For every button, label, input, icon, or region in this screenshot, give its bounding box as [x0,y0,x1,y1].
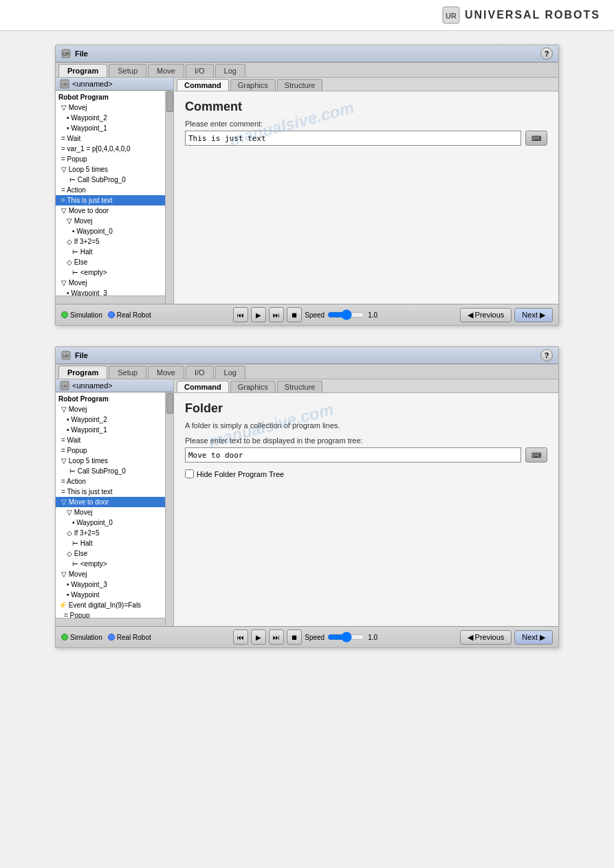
list-item[interactable]: ▽ Movej [56,569,173,579]
list-item[interactable]: ◇ If 3+2=5 [56,528,173,538]
panel1-realrobot-option[interactable]: Real Robot [108,311,151,319]
prev-label: Previous [475,311,505,319]
speed-slider[interactable] [327,309,365,320]
list-item[interactable]: = var_1 = p[0,4,0,4,0,0 [56,144,173,154]
list-item[interactable]: ▽ Movej [56,404,173,414]
panel1-comment-input[interactable] [185,131,521,146]
panel2-tab-log[interactable]: Log [215,366,245,379]
list-item[interactable]: ▽ Movej [56,278,173,288]
list-item[interactable]: ▽ Move to door [56,205,173,216]
list-item[interactable]: • Waypoint [56,590,173,600]
panel2-prev-btn[interactable]: ◀ Previous [460,630,512,645]
simulation-radio[interactable] [61,311,68,318]
panel2-subtab-graphics[interactable]: Graphics [230,381,276,392]
speed-slider2[interactable] [327,632,365,643]
list-item[interactable]: • Waypoint_1 [56,425,173,435]
play-btn[interactable]: ▶ [251,307,266,322]
realrobot-radio2[interactable] [108,634,115,641]
list-item[interactable]: = This is just text [56,195,173,205]
panel2-tab-setup[interactable]: Setup [109,366,146,379]
list-item[interactable]: • Waypoint_1 [56,123,173,133]
skip-back-btn[interactable]: ⏮ [233,307,248,322]
realrobot-radio[interactable] [108,311,115,318]
list-item[interactable]: • Waypoint_0 [56,518,173,528]
speed-value: 1.0 [368,311,377,319]
panel1-help-btn[interactable]: ? [540,47,553,60]
panel1-tree-scroll[interactable]: Robot Program ▽ Movej • Waypoint_2 • Way… [56,91,173,304]
list-item[interactable]: ▽ Movej [56,507,173,518]
panel2-folder-input[interactable] [185,447,521,463]
panel2-simulation-option[interactable]: Simulation [61,634,102,641]
list-item[interactable]: ▽ Movej [56,216,173,226]
panel1-subtab-structure[interactable]: Structure [277,79,323,91]
list-item[interactable]: ⊢ Halt [56,538,173,548]
panel1-prev-btn[interactable]: ◀ Previous [460,308,512,322]
panel2-tree-scroll[interactable]: Robot Program ▽ Movej • Waypoint_2 • Way… [56,392,173,626]
list-item[interactable]: • Waypoint_0 [56,226,173,236]
list-item[interactable]: = Wait [56,133,173,144]
list-item[interactable]: ▽ Loop 5 times [56,456,173,466]
panel2-subtab-structure[interactable]: Structure [277,381,323,392]
panel1-tab-move[interactable]: Move [148,64,184,77]
stop-btn2[interactable]: ⏹ [287,630,302,645]
list-item[interactable]: = Action [56,476,173,487]
panel2-vscrollbar-thumb[interactable] [166,393,173,414]
skip-back-btn2[interactable]: ⏮ [233,630,248,645]
list-item[interactable]: ▽ Movej [56,102,173,113]
list-item[interactable]: = Wait [56,435,173,445]
panel2-help-btn[interactable]: ? [540,349,553,361]
list-item[interactable]: ⊢ <empty> [56,559,173,569]
skip-fwd-btn[interactable]: ⏭ [269,307,284,322]
panel1-tab-program[interactable]: Program [58,64,107,77]
panel2-content-title: Folder [185,401,547,416]
panel1-subtab-command[interactable]: Command [177,79,229,91]
stop-btn[interactable]: ⏹ [287,307,302,322]
list-item[interactable]: ◇ Else [56,257,173,267]
prev-arrow-icon2: ◀ [468,633,473,642]
list-item[interactable]: ⊢ <empty> [56,267,173,278]
list-item[interactable]: ⊢ Call SubProg_0 [56,175,173,185]
list-item[interactable]: ▽ Move to door [56,497,173,507]
panel1-tree-title: <unnamed> [72,80,113,88]
panel1-keyboard-btn[interactable]: ⌨ [525,131,547,146]
panel2-next-btn[interactable]: Next ▶ [514,630,553,645]
list-item[interactable]: Robot Program [56,394,173,404]
panel2-vscrollbar[interactable] [165,392,173,626]
panel1-tab-io[interactable]: I/O [186,64,214,77]
panel2-tab-io[interactable]: I/O [186,366,214,379]
skip-fwd-btn2[interactable]: ⏭ [269,630,284,645]
panel2-keyboard-btn[interactable]: ⌨ [525,447,547,463]
list-item[interactable]: • Waypoint_2 [56,113,173,123]
list-item[interactable]: ⊢ Call SubProg_0 [56,466,173,476]
panel1-tab-log[interactable]: Log [215,64,245,77]
panel1-vscrollbar[interactable] [165,91,173,304]
list-item[interactable]: • Waypoint_2 [56,414,173,425]
list-item[interactable]: ⚡ Event digital_In(9)=Fals [56,600,173,610]
panel1-subtab-graphics[interactable]: Graphics [230,79,276,91]
simulation-radio2[interactable] [61,634,68,641]
panel2-sim-controls: Simulation Real Robot [61,634,151,641]
list-item[interactable]: • Waypoint_3 [56,579,173,590]
list-item[interactable]: Robot Program [56,92,173,102]
panel1-next-btn[interactable]: Next ▶ [514,308,553,322]
panel2-realrobot-option[interactable]: Real Robot [108,634,151,641]
panel2-subtab-command[interactable]: Command [177,381,229,392]
panel2-hide-checkbox[interactable] [185,469,194,478]
keyboard-icon2: ⌨ [531,452,541,459]
list-item[interactable]: = Popup [56,445,173,456]
list-item[interactable]: = Popup [56,154,173,164]
panel1-vscrollbar-thumb[interactable] [166,91,173,112]
panel1-hscrollbar[interactable] [56,296,165,304]
panel2-tab-program[interactable]: Program [58,366,107,379]
list-item[interactable]: ◇ If 3+2=5 [56,236,173,247]
panel2-tab-move[interactable]: Move [148,366,184,379]
panel2-hscrollbar[interactable] [56,618,165,626]
list-item[interactable]: = Action [56,185,173,195]
list-item[interactable]: ⊢ Halt [56,247,173,257]
list-item[interactable]: ▽ Loop 5 times [56,164,173,175]
list-item[interactable]: ◇ Else [56,548,173,559]
panel1-simulation-option[interactable]: Simulation [61,311,102,319]
panel1-tab-setup[interactable]: Setup [109,64,146,77]
list-item[interactable]: = This is just text [56,487,173,497]
play-btn2[interactable]: ▶ [251,630,266,645]
